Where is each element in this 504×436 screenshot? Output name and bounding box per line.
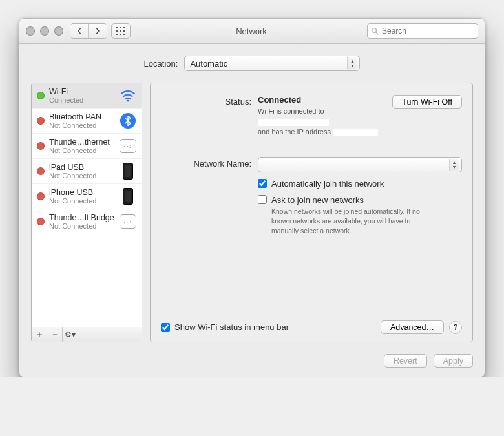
ask-join-explain: Known networks will be joined automatica… [271, 207, 433, 236]
window-title: Network [136, 26, 367, 36]
wifi-toggle-button[interactable]: Turn Wi-Fi Off [392, 95, 462, 109]
service-list[interactable]: Wi-FiConnectedBluetooth PANNot Connected… [32, 83, 142, 327]
ask-join-checkbox[interactable]: Ask to join new networks [258, 195, 462, 205]
tbolt-icon: ‹·› [120, 213, 136, 230]
back-button[interactable] [70, 24, 89, 38]
service-row[interactable]: iPhone USBNot Connected [32, 184, 142, 209]
svg-rect-8 [123, 34, 125, 35]
location-value: Automatic [190, 59, 227, 68]
status-value: Connected [258, 95, 383, 105]
sidebar-footer: ＋ － ⚙︎▾ [32, 327, 142, 342]
status-dot-icon [37, 167, 45, 175]
service-name: Thunde…thernet [49, 138, 115, 147]
service-name: iPhone USB [49, 188, 115, 197]
bt-icon [120, 112, 136, 129]
service-name: iPad USB [49, 163, 115, 172]
ask-join-row: Ask to join new networks Known networks … [161, 195, 462, 236]
svg-rect-5 [123, 30, 125, 32]
svg-rect-0 [116, 27, 118, 28]
search-icon [371, 27, 379, 35]
service-status: Not Connected [49, 172, 115, 180]
show-menubar-checkbox[interactable]: Show Wi-Fi status in menu bar [161, 322, 289, 332]
wifi-icon [120, 87, 136, 104]
nav-buttons [70, 23, 107, 39]
help-button[interactable]: ? [449, 321, 462, 334]
revert-button[interactable]: Revert [384, 354, 427, 368]
service-name: Wi-Fi [49, 87, 115, 96]
service-status: Not Connected [49, 121, 115, 129]
status-row: Status: Connected Wi-Fi is connected to … [161, 95, 462, 138]
add-service-button[interactable]: ＋ [32, 327, 47, 342]
ip-redacted [333, 129, 378, 136]
forward-button[interactable] [89, 24, 107, 38]
remove-service-button[interactable]: － [47, 327, 63, 342]
search-input[interactable] [381, 26, 480, 36]
apply-button[interactable]: Apply [434, 354, 473, 368]
phone-icon [120, 188, 136, 205]
service-row[interactable]: Wi-FiConnected [32, 83, 142, 109]
location-select[interactable]: Automatic ▲▼ [184, 56, 360, 71]
service-row[interactable]: Thunde…lt BridgeNot Connected‹·› [32, 209, 142, 234]
service-row[interactable]: Thunde…thernetNot Connected‹·› [32, 134, 142, 159]
location-label: Location: [144, 59, 178, 68]
service-status: Connected [49, 96, 115, 104]
show-all-button[interactable] [111, 23, 131, 39]
status-dot-icon [37, 218, 45, 225]
status-subtext: Wi-Fi is connected to and has the IP add… [258, 107, 383, 138]
service-row[interactable]: iPad USBNot Connected [32, 159, 142, 184]
service-actions-button[interactable]: ⚙︎▾ [63, 327, 78, 342]
details-footer: Show Wi-Fi status in menu bar Advanced… … [161, 320, 462, 334]
service-status: Not Connected [49, 197, 115, 205]
svg-rect-4 [120, 30, 121, 32]
advanced-button[interactable]: Advanced… [381, 320, 444, 334]
window-footer: Revert Apply [31, 354, 473, 368]
select-stepper-icon: ▲▼ [347, 57, 357, 69]
service-sidebar: Wi-FiConnectedBluetooth PANNot Connected… [31, 83, 142, 342]
status-dot-icon [37, 117, 45, 125]
service-name: Thunde…lt Bridge [49, 213, 115, 222]
svg-rect-7 [120, 34, 121, 35]
location-row: Location: Automatic ▲▼ [31, 56, 473, 71]
auto-join-checkbox[interactable]: Automatically join this network [258, 179, 462, 189]
svg-rect-3 [116, 30, 118, 32]
service-row[interactable]: Bluetooth PANNot Connected [32, 109, 142, 134]
ssid-redacted [258, 119, 329, 126]
search-field-wrap[interactable] [367, 23, 478, 39]
service-name: Bluetooth PAN [49, 112, 115, 121]
network-name-select[interactable]: ▲▼ [258, 157, 462, 172]
zoom-dot[interactable] [54, 26, 63, 36]
svg-line-10 [376, 32, 378, 34]
close-dot[interactable] [26, 26, 35, 36]
status-dot-icon [37, 142, 45, 150]
traffic-lights [26, 26, 63, 36]
service-status: Not Connected [49, 147, 115, 154]
status-label: Status: [161, 95, 258, 138]
network-name-row: Network Name: ▲▼ [161, 157, 462, 172]
window-body: Location: Automatic ▲▼ Wi-FiConnectedBlu… [19, 44, 485, 377]
status-dot-icon [37, 92, 45, 99]
phone-icon [120, 163, 136, 180]
status-dot-icon [37, 192, 45, 200]
svg-rect-2 [123, 27, 125, 28]
select-stepper-icon: ▲▼ [449, 159, 459, 171]
tbolt-icon: ‹·› [120, 138, 136, 154]
service-status: Not Connected [49, 222, 115, 230]
svg-point-11 [127, 99, 129, 101]
auto-join-row: Automatically join this network [161, 179, 462, 189]
network-name-label: Network Name: [161, 157, 258, 172]
prefs-window: Network Location: Automatic ▲▼ Wi-FiConn… [19, 18, 485, 377]
minimize-dot[interactable] [40, 26, 49, 36]
svg-rect-1 [120, 27, 121, 28]
service-details: Status: Connected Wi-Fi is connected to … [150, 83, 473, 342]
svg-rect-6 [116, 34, 118, 35]
main-area: Wi-FiConnectedBluetooth PANNot Connected… [31, 83, 473, 342]
titlebar: Network [19, 19, 485, 44]
